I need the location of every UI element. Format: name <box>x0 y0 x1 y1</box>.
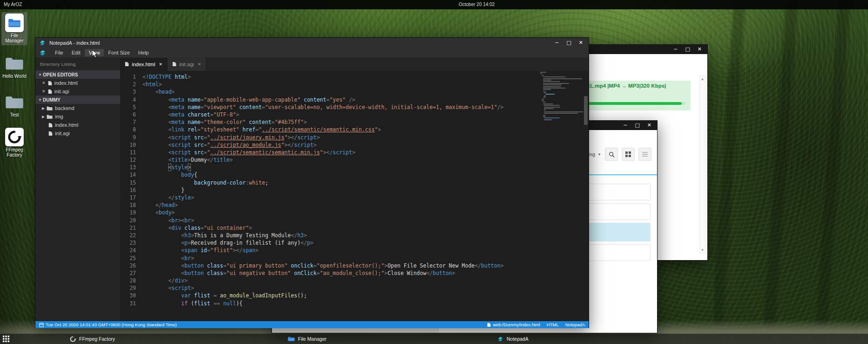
line-number: 29 <box>120 284 136 292</box>
maximize-icon[interactable]: □ <box>635 121 639 130</box>
list-view-icon <box>642 151 648 157</box>
line-number: 20 <box>120 217 136 224</box>
folder-icon <box>47 114 53 119</box>
editor-minimap[interactable] <box>540 72 581 121</box>
menu-help[interactable]: Help <box>134 49 153 56</box>
calendar-icon <box>39 323 44 327</box>
code-line-24: 24 <span id="flist"></span> <box>120 247 537 254</box>
scroll-up-icon[interactable]: ▲ <box>700 77 705 81</box>
menu-view[interactable]: View <box>85 49 104 56</box>
tree-section-dummy[interactable]: ▼DUMMY <box>35 96 120 104</box>
tree-section-label: OPEN EDITORS <box>43 72 78 77</box>
code-line-13: 13 <style> <box>120 164 537 171</box>
editor-tab-init-agi[interactable]: init.agi✕ <box>168 58 206 71</box>
chevron-down-icon: ▼ <box>38 73 43 77</box>
close-icon[interactable]: ✕ <box>647 121 651 130</box>
scroll-down-icon[interactable]: ▼ <box>700 248 705 252</box>
line-number: 5 <box>120 103 136 111</box>
code-editor[interactable]: 1<!DOCTYPE html>2<html>3 <head>4 <meta n… <box>120 71 589 321</box>
line-number: 31 <box>120 300 136 307</box>
line-number: 1 <box>120 73 136 81</box>
ffmpeg-app-icon <box>70 336 76 342</box>
list-view-button[interactable] <box>638 148 651 161</box>
taskbar-item-file-manager[interactable]: File Manager <box>288 334 326 344</box>
system-topbar: My ArOZ October 20 14:02 <box>0 0 868 9</box>
menu-font-size[interactable]: Font Size <box>104 49 134 56</box>
code-line-3: 3 <head> <box>120 88 537 96</box>
close-icon[interactable]: ✕ <box>159 62 163 67</box>
tree-item-init-agi[interactable]: ✕init.agi <box>35 87 120 96</box>
editor-scrollbar[interactable] <box>583 71 589 321</box>
line-number: 22 <box>120 232 136 239</box>
close-icon[interactable]: ✕ <box>579 38 583 48</box>
code-line-16: 16 } <box>120 186 537 194</box>
file-icon <box>48 89 52 94</box>
maximize-icon[interactable]: □ <box>566 38 571 48</box>
tree-item-index-html[interactable]: ✕index.html <box>35 79 120 87</box>
line-number: 15 <box>120 179 136 186</box>
desktop-icon-label: File Manager <box>1 33 27 43</box>
tree-item-img[interactable]: ▶img <box>35 112 120 121</box>
tree-section-open-editors[interactable]: ▼OPEN EDITORS <box>35 70 120 79</box>
status-filepath[interactable]: web:/Dummy/index.html <box>493 322 540 327</box>
notepada-statusbar: Tue Oct 20 2020 14:01:43 GMT+0800 (Hong … <box>35 321 589 328</box>
desktop-icon-ffmpeg-factory[interactable]: FFmpeg Factory <box>1 128 27 158</box>
notepada-menubar: FileEditViewFont SizeHelp <box>35 48 589 58</box>
line-number: 21 <box>120 224 136 232</box>
aroz-menu[interactable]: My ArOZ <box>4 0 22 9</box>
tree-item-backend[interactable]: ▶backend <box>35 104 120 112</box>
minimize-icon[interactable]: − <box>555 38 559 48</box>
grid-view-button[interactable] <box>622 148 635 161</box>
code-line-22: 22 <h3>This is a Dummy Testing Module</h… <box>120 232 537 239</box>
app-launcher-button[interactable] <box>3 336 9 342</box>
minimize-icon[interactable]: − <box>623 121 627 130</box>
tree-item-label: init.agi <box>55 131 70 136</box>
notepada-window: NotepadA - index.html − □ ✕ FileEditView… <box>35 37 589 328</box>
code-line-21: 21 <div class="ui container"> <box>120 224 537 232</box>
desktop-icon-label: FFmpeg Factory <box>1 147 27 158</box>
folder-icon <box>47 106 53 111</box>
search-button[interactable] <box>605 148 618 161</box>
chevron-down-icon: ▼ <box>597 152 601 157</box>
menu-file[interactable]: File <box>51 49 68 56</box>
code-line-27: 27 <button class="ui negative button" on… <box>120 269 537 277</box>
code-line-12: 12 <title>Dummy</title> <box>120 156 537 164</box>
code-line-30: 30 var flist = ao_module_loadInputFiles(… <box>120 292 537 299</box>
line-number: 4 <box>120 96 136 103</box>
file-icon <box>48 81 52 86</box>
menu-edit[interactable]: Edit <box>68 49 85 56</box>
taskbar-item-ffmpeg-factory[interactable]: FFmpeg Factory <box>70 334 115 344</box>
desktop-root: My ArOZ October 20 14:02 File ManagerHel… <box>0 0 868 344</box>
desktop-icon-hello-world[interactable]: Hello World <box>1 56 27 79</box>
taskbar-item-notepada[interactable]: NotepadA <box>497 334 529 344</box>
close-icon[interactable]: ✕ <box>42 81 46 85</box>
line-number: 9 <box>120 134 136 141</box>
file-icon <box>125 62 129 68</box>
close-icon[interactable]: ✕ <box>42 89 46 94</box>
tree-item-index-html[interactable]: index.html <box>35 121 120 129</box>
desktop-icon-test[interactable]: Test <box>1 95 27 117</box>
notepada-logo-icon <box>497 336 503 342</box>
code-line-10: 10 <script src="../script/ao_module.js">… <box>120 141 537 149</box>
close-icon[interactable]: ✕ <box>698 45 702 54</box>
ffmpeg-scrollbar[interactable]: ▲ ▼ <box>699 76 705 254</box>
notepada-logo-icon <box>39 40 46 46</box>
tree-item-init-agi[interactable]: init.agi <box>35 129 120 138</box>
notepada-logo-icon <box>39 49 46 56</box>
code-line-18: 18 </head> <box>120 201 537 209</box>
status-language[interactable]: HTML <box>547 322 559 327</box>
editor-tab-index-html[interactable]: index.html✕ <box>120 58 168 71</box>
file-icon <box>48 131 53 136</box>
file-manager-app-icon <box>288 336 295 342</box>
close-icon[interactable]: ✕ <box>197 62 201 67</box>
minimize-icon[interactable]: − <box>673 45 678 54</box>
notepada-titlebar[interactable]: NotepadA - index.html − □ ✕ <box>35 38 589 48</box>
desktop-icon-label: Hello World <box>1 74 27 79</box>
system-clock: October 20 14:02 <box>459 0 495 9</box>
code-line-7: 7 <meta name="theme-color" content="#4b7… <box>120 118 537 126</box>
desktop-icon-file-manager[interactable]: File Manager <box>1 12 27 45</box>
scrollbar-thumb[interactable] <box>584 96 588 125</box>
maximize-icon[interactable]: □ <box>685 45 690 54</box>
file-icon <box>48 123 53 128</box>
line-number: 6 <box>120 111 136 118</box>
